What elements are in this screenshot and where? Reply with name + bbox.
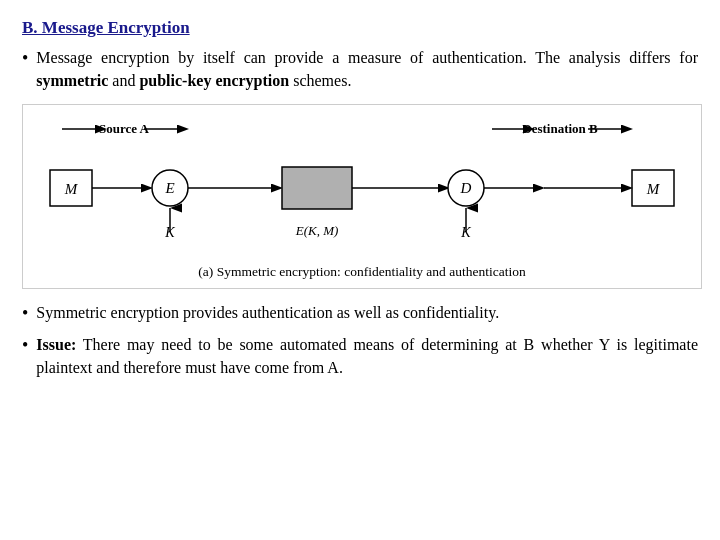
svg-text:E: E: [164, 180, 174, 196]
svg-text:M: M: [64, 181, 79, 197]
section-title: B. Message Encryption: [22, 18, 698, 38]
svg-text:D: D: [460, 180, 472, 196]
bullet-1-section: • Message encryption by itself can provi…: [22, 46, 698, 92]
keyword-public-key: public-key encryption: [139, 72, 289, 89]
keyword-issue: Issue:: [36, 336, 76, 353]
bullet-2-text: Symmetric encryption provides authentica…: [36, 301, 499, 324]
svg-text:Source A: Source A: [99, 121, 150, 136]
svg-text:E(K, M): E(K, M): [295, 223, 339, 238]
bullet-1-dot: •: [22, 46, 28, 71]
diagram-caption: (a) Symmetric encryption: confidentialit…: [31, 264, 693, 280]
bullet-1: • Message encryption by itself can provi…: [22, 46, 698, 92]
svg-text:Destination B: Destination B: [522, 121, 598, 136]
encryption-diagram: Source A Destination B M: [32, 115, 692, 260]
diagram-container: Source A Destination B M: [22, 104, 702, 289]
svg-rect-14: [282, 167, 352, 209]
bullet-2-dot: •: [22, 301, 28, 326]
bottom-bullets: • Symmetric encryption provides authenti…: [22, 301, 698, 379]
svg-text:M: M: [646, 181, 661, 197]
keyword-symmetric: symmetric: [36, 72, 108, 89]
bullet-2: • Symmetric encryption provides authenti…: [22, 301, 698, 326]
bullet-3-text: Issue: There may need to be some automat…: [36, 333, 698, 379]
bullet-1-text: Message encryption by itself can provide…: [36, 46, 698, 92]
bullet-3-dot: •: [22, 333, 28, 358]
page-content: B. Message Encryption • Message encrypti…: [22, 18, 698, 379]
bullet-3: • Issue: There may need to be some autom…: [22, 333, 698, 379]
